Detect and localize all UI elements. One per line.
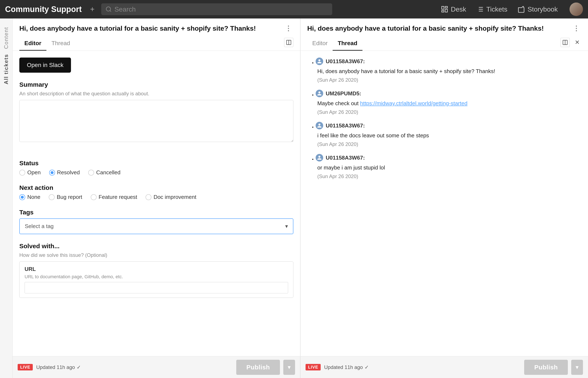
status-open-radio[interactable] [19, 170, 25, 176]
nav-label-desk: Desk [451, 5, 466, 13]
status-resolved-radio[interactable] [49, 170, 55, 176]
right-panel-header: Hi, does anybody have a tutorial for a b… [301, 18, 588, 51]
right-panel-menu-icon[interactable]: ⋮ [571, 24, 581, 33]
status-cancelled-radio[interactable] [88, 170, 94, 176]
url-label: URL [25, 266, 288, 272]
next-action-bug-report[interactable]: Bug report [49, 194, 82, 200]
status-cancelled[interactable]: Cancelled [88, 169, 120, 176]
thread-message-4: or maybe i am just stupid lol [316, 163, 580, 172]
chevron-down-icon-publish-left: ▾ [288, 364, 291, 371]
next-action-section: Next action None Bug report Feature r [19, 184, 293, 200]
tab-editor-left[interactable]: Editor [19, 37, 46, 51]
nav-item-tickets[interactable]: Tickets [476, 5, 507, 13]
app-title: Community Support [5, 5, 82, 14]
right-panel-tabs: Editor Thread ✕ [307, 37, 581, 51]
left-panel-title: Hi, does anybody have a tutorial for a b… [19, 25, 283, 32]
next-action-none[interactable]: None [19, 194, 40, 200]
right-panel-thread: Hi, does anybody have a tutorial for a b… [301, 18, 588, 378]
tab-thread-left[interactable]: Thread [46, 37, 75, 51]
left-panel-body: Open in Slack Summary An short descripti… [13, 51, 300, 356]
next-action-doc-radio[interactable] [146, 194, 151, 200]
left-panel-tabs: Editor Thread [19, 37, 293, 51]
user-avatar[interactable] [570, 2, 583, 16]
add-button[interactable]: + [90, 5, 94, 14]
thread-user-1: U01158A3W67: [316, 57, 580, 65]
svg-rect-2 [442, 7, 444, 9]
publish-dropdown-left[interactable]: ▾ [283, 360, 295, 375]
split-view-icon[interactable] [284, 38, 293, 47]
next-action-none-label: None [27, 194, 40, 200]
next-action-doc-improvement[interactable]: Doc improvement [146, 194, 196, 200]
thread-date-2: (Sun Apr 26 2020) [316, 109, 580, 115]
next-action-feature-request[interactable]: Feature request [91, 194, 137, 200]
solved-section: Solved with... How did we solve this iss… [19, 243, 293, 298]
content-area: Hi, does anybody have a tutorial for a b… [13, 18, 588, 378]
close-icon-right[interactable]: ✕ [573, 38, 581, 47]
status-open[interactable]: Open [19, 169, 41, 176]
updated-text-left: Updated 11h ago ✓ [36, 364, 233, 370]
thread-username-4: U01158A3W67: [326, 155, 365, 161]
chevron-down-icon: ▾ [285, 223, 288, 230]
nav-item-storybook[interactable]: Storybook [517, 5, 558, 13]
updated-label-left: Updated 11h ago [36, 364, 75, 370]
thread-message-3: i feel like the docs leave out some of t… [316, 132, 580, 140]
thread-item-1: U01158A3W67: Hi, does anybody have a tut… [316, 57, 580, 83]
tab-editor-right[interactable]: Editor [307, 37, 333, 51]
svg-line-1 [110, 11, 111, 12]
split-view-right-icon[interactable] [561, 38, 570, 47]
nav-label-tickets: Tickets [486, 5, 507, 13]
thread-username-2: UM26PUMD5: [326, 90, 361, 97]
thread-user-4: U01158A3W67: [316, 154, 580, 162]
tag-select-placeholder: Select a tag [25, 223, 53, 230]
live-badge-left: LIVE [18, 364, 33, 370]
open-slack-button[interactable]: Open in Slack [19, 57, 71, 73]
svg-rect-5 [442, 11, 444, 12]
tab-thread-right[interactable]: Thread [333, 37, 362, 51]
url-input-field[interactable] [25, 282, 288, 293]
thread-username-1: U01158A3W67: [326, 58, 365, 65]
search-icon [106, 6, 112, 13]
storybook-icon [517, 5, 525, 13]
next-action-bug-radio[interactable] [49, 194, 54, 200]
search-box [101, 3, 332, 15]
sidebar-tickets-label[interactable]: All tickets [3, 54, 10, 84]
thread-user-3: U01158A3W67: [316, 122, 580, 129]
left-panel-menu-icon[interactable]: ⋮ [283, 24, 293, 33]
publish-button-left[interactable]: Publish [236, 360, 280, 375]
nav-items: Desk Tickets Storybook [441, 5, 558, 13]
tags-section: Tags Select a tag ▾ [19, 209, 293, 234]
next-action-none-radio[interactable] [19, 194, 25, 200]
publish-button-right[interactable]: Publish [524, 360, 568, 375]
user-avatar-icon-4 [316, 154, 323, 162]
tag-select-dropdown[interactable]: Select a tag ▾ [19, 218, 293, 234]
summary-subtitle: An short description of what the questio… [19, 91, 293, 97]
nav-item-desk[interactable]: Desk [441, 5, 466, 13]
thread-item-2: UM26PUMD5: Maybe check out https://midwa… [316, 90, 580, 115]
nav-label-storybook: Storybook [528, 5, 558, 13]
tickets-icon [476, 5, 484, 13]
thread-link-2[interactable]: https://midway.ctrlaltdel.world/getting-… [360, 100, 468, 107]
thread-item-3: U01158A3W67: i feel like the docs leave … [316, 122, 580, 147]
status-resolved-label: Resolved [57, 169, 80, 176]
right-panel-title: Hi, does anybody have a tutorial for a b… [307, 25, 571, 32]
desk-icon [441, 5, 448, 13]
thread-date-3: (Sun Apr 26 2020) [316, 141, 580, 147]
user-avatar-icon-2 [316, 90, 323, 97]
sidebar-content-label[interactable]: Content [3, 27, 10, 49]
search-input[interactable] [114, 5, 328, 13]
status-resolved[interactable]: Resolved [49, 169, 80, 176]
right-panel-title-row: Hi, does anybody have a tutorial for a b… [307, 24, 581, 33]
right-panel-tab-actions: ✕ [561, 38, 581, 50]
thread-date-4: (Sun Apr 26 2020) [316, 174, 580, 179]
solved-title: Solved with... [19, 243, 293, 250]
user-avatar-icon-1 [316, 57, 323, 65]
summary-title: Summary [19, 81, 293, 88]
summary-textarea[interactable] [19, 100, 293, 142]
updated-label-right: Updated 11h ago [324, 364, 363, 370]
thread-message-1: Hi, does anybody have a tutorial for a b… [316, 67, 580, 75]
status-title: Status [19, 160, 293, 167]
publish-dropdown-right[interactable]: ▾ [571, 360, 583, 375]
next-action-bug-label: Bug report [57, 194, 82, 200]
left-panel-editor: Hi, does anybody have a tutorial for a b… [13, 18, 301, 378]
next-action-feature-radio[interactable] [91, 194, 97, 200]
